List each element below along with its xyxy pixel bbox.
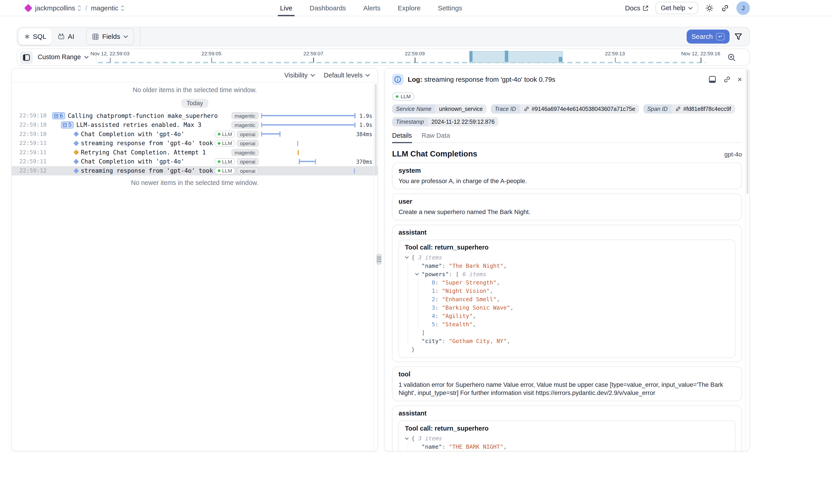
tag-label: openai: [240, 141, 255, 146]
detail-tab-details[interactable]: Details: [392, 132, 412, 143]
query-input[interactable]: [141, 27, 686, 46]
detail-scrollbar[interactable]: [745, 69, 749, 451]
nav-tab-alerts[interactable]: Alerts: [363, 0, 380, 16]
meta-label: Span ID: [643, 104, 671, 114]
tag-openai: openai: [237, 167, 259, 174]
json-tree: { 3 items"name": "THE BARK NIGHT","power…: [405, 434, 729, 451]
theme-toggle-button[interactable]: [705, 4, 714, 13]
no-newer-items-message: No newer items in the selected time wind…: [12, 179, 378, 187]
json-token: :: [435, 296, 442, 303]
dock-panel-button[interactable]: [708, 75, 716, 83]
chat-messages: systemYou are professor A, in charge of …: [392, 163, 742, 451]
nav-tab-dashboards[interactable]: Dashboards: [310, 0, 346, 16]
llm-tag-row: LLM: [392, 90, 742, 100]
caret-down-icon[interactable]: [415, 272, 419, 275]
fields-dropdown[interactable]: Fields: [86, 28, 134, 45]
logs-scrollbar[interactable]: [373, 83, 378, 450]
copy-link-button[interactable]: [723, 75, 731, 83]
share-link-button[interactable]: [721, 4, 729, 13]
log-row-content: streaming response from 'gpt-4o' took 0.…: [74, 167, 235, 174]
meta-value-text: #9146a6974e4e6140538043607a71c75e: [532, 106, 635, 112]
search-button[interactable]: Search ↵: [687, 30, 730, 44]
nav-tab-live[interactable]: Live: [280, 0, 292, 16]
scrollbar-thumb[interactable]: [746, 70, 749, 194]
docs-link[interactable]: Docs: [625, 4, 648, 12]
levels-label: Default levels: [324, 72, 363, 79]
json-token: :: [449, 271, 456, 278]
log-tags: LLMopenai: [215, 140, 258, 147]
user-avatar[interactable]: J: [736, 1, 750, 15]
log-kind-label: Log:: [408, 76, 422, 83]
log-row[interactable]: 22:59:12streaming response from 'gpt-4o'…: [12, 166, 378, 175]
log-marker-icon: [74, 150, 79, 155]
json-string: "Enhanced Smell": [442, 296, 497, 303]
json-key: "name": [422, 443, 442, 450]
log-list: No older items in the selected time wind…: [12, 82, 378, 451]
json-string: "Agility": [442, 313, 473, 319]
log-row[interactable]: 22:59:10Chat Completion with 'gpt-4o'LLM…: [12, 129, 378, 139]
timeline[interactable]: Nov 12, 22:59:0322:59:0522:59:0722:59:09…: [17, 49, 749, 65]
collapse-toggle[interactable]: 6: [52, 112, 65, 119]
meta-value-text: unknown_service: [439, 106, 483, 112]
json-line: }: [405, 345, 729, 354]
filter-button[interactable]: [734, 33, 742, 41]
tag-label: openai: [240, 168, 255, 174]
collapse-icon: [54, 114, 58, 118]
green-dot-icon: [218, 160, 220, 163]
project-name: magentic: [91, 4, 118, 12]
tag-magentic: magentic: [232, 112, 259, 119]
log-row[interactable]: 22:59:11Retrying Chat Completion. Attemp…: [12, 148, 378, 157]
log-row-content: streaming response from 'gpt-4o' took 0.…: [74, 140, 235, 147]
log-message: Chat Completion with 'gpt-4o': [81, 158, 185, 165]
zoom-in-button[interactable]: [727, 53, 736, 62]
json-line: "name": "The Bark Night",: [415, 262, 729, 270]
json-children: "name": "The Bark Night","powers": [ 6 i…: [408, 262, 729, 345]
duration-bar: [261, 124, 356, 125]
get-help-button[interactable]: Get help: [656, 2, 698, 14]
breadcrumb-org[interactable]: jackmpcollins: [35, 4, 81, 12]
logfire-app: jackmpcollins / magentic LiveDashboardsA…: [0, 0, 833, 504]
meta-span-id[interactable]: Span ID#fd81e8f78c4ecc9f: [643, 104, 735, 114]
tick-label: 22:59:13: [605, 51, 625, 57]
green-dot-icon: [218, 142, 220, 145]
tick-label: Nov 12, 22:59:03: [90, 51, 129, 57]
visibility-dropdown[interactable]: Visibility: [284, 72, 315, 79]
default-levels-dropdown[interactable]: Default levels: [324, 72, 370, 79]
duration-bar: [261, 115, 356, 116]
tag-llm: LLM: [215, 158, 235, 165]
nav-tab-explore[interactable]: Explore: [398, 0, 421, 16]
message-card-tool: tool1 validation error for Superhero nam…: [392, 366, 742, 401]
duration-bar-cell: [261, 148, 356, 157]
nav-tab-settings[interactable]: Settings: [438, 0, 462, 16]
log-row[interactable]: 22:59:105LLM-assisted retries enabled. M…: [12, 120, 378, 129]
detail-tab-raw-data[interactable]: Raw Data: [422, 132, 450, 143]
caret-down-icon[interactable]: [405, 255, 409, 259]
json-line: { 3 items: [405, 434, 729, 442]
detail-actions: ×: [708, 75, 742, 83]
ai-mode-button[interactable]: AI: [52, 29, 80, 45]
tick-label: 22:59:05: [201, 51, 221, 57]
scrollbar-thumb[interactable]: [375, 84, 377, 176]
breadcrumb: jackmpcollins / magentic: [25, 0, 125, 16]
log-row[interactable]: 22:59:106Calling chatprompt-function mak…: [12, 111, 378, 121]
json-token: {: [411, 254, 418, 261]
log-row[interactable]: 22:59:11Chat Completion with 'gpt-4o'LLM…: [12, 157, 378, 166]
caret-down-icon[interactable]: [405, 436, 409, 440]
histogram-bar: [505, 51, 508, 62]
log-row-content: Retrying Chat Completion. Attempt 1: [74, 149, 206, 156]
log-row[interactable]: 22:59:11streaming response from 'gpt-4o'…: [12, 139, 378, 148]
breadcrumb-separator: /: [86, 4, 87, 12]
breadcrumb-project[interactable]: magentic: [91, 4, 125, 12]
tag-llm: LLM: [215, 140, 235, 147]
meta-trace-id[interactable]: Trace ID#9146a6974e4e6140538043607a71c75…: [491, 104, 639, 114]
meta-row: Service Nameunknown_serviceTrace ID#9146…: [392, 104, 742, 114]
message-role: user: [399, 198, 735, 205]
enter-key-icon: ↵: [716, 33, 724, 41]
close-icon[interactable]: ×: [737, 76, 742, 83]
collapse-toggle[interactable]: 5: [61, 121, 74, 128]
json-token: ,: [490, 288, 493, 294]
timeline-selection[interactable]: [469, 51, 563, 63]
panel-resize-handle[interactable]: [376, 254, 382, 265]
log-marker-icon: [74, 168, 79, 173]
sql-mode-button[interactable]: SQL: [19, 29, 52, 45]
